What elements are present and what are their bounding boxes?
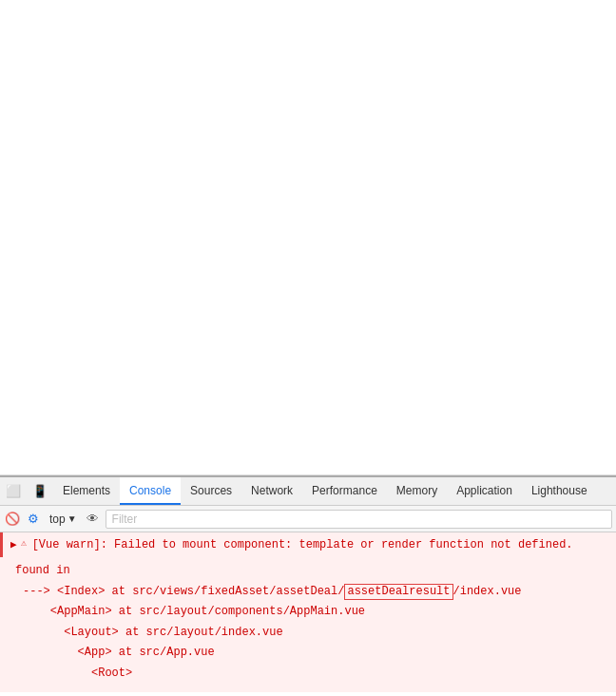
highlight-assetdealresult: assetDealresult (344, 584, 452, 601)
tab-lighthouse[interactable]: Lighthouse (522, 477, 597, 505)
tab-console[interactable]: Console (120, 477, 181, 505)
context-selector[interactable]: top ▼ (46, 510, 81, 529)
tab-network[interactable]: Network (241, 477, 302, 505)
tab-memory[interactable]: Memory (387, 477, 447, 505)
stack-line-1-prefix: ---> <Index> at src/views/fixedAsset/ass… (23, 585, 344, 598)
stack-line-1-suffix: /index.vue (453, 585, 522, 598)
found-in-label: found in (15, 561, 608, 582)
device-toolbar-icon[interactable]: 📱 (27, 477, 53, 505)
console-toolbar: 🚫 ⚙ top ▼ 👁 Filter (0, 506, 616, 532)
devtools-tab-bar: ⬜ 📱 Elements Console Sources Network Per… (0, 477, 616, 506)
inspect-element-icon[interactable]: ⬜ (0, 477, 27, 505)
console-error-block: ▶ ⚠ [Vue warn]: Failed to mount componen… (0, 532, 616, 557)
stack-line-3: <Layout> at src/layout/index.vue (23, 623, 608, 644)
browser-content-area (0, 0, 616, 475)
stack-line-5: <Root> (23, 664, 608, 685)
error-message-text: [Vue warn]: Failed to mount component: t… (32, 536, 573, 553)
stack-line-2: <AppMain> at src/layout/components/AppMa… (23, 602, 608, 623)
console-filter-input[interactable]: Filter (106, 510, 612, 529)
eye-icon[interactable]: 👁 (85, 511, 102, 528)
stack-line-4: <App> at src/App.vue (23, 643, 608, 664)
console-settings-icon[interactable]: ⚙ (25, 511, 42, 528)
clear-console-icon[interactable]: 🚫 (4, 511, 21, 528)
error-triangle-icon: ⚠ (21, 536, 27, 551)
devtools-panel: ⬜ 📱 Elements Console Sources Network Per… (0, 475, 616, 696)
expand-error-icon[interactable]: ▶ (10, 537, 17, 553)
tab-performance[interactable]: Performance (302, 477, 387, 505)
error-header-row: ▶ ⚠ [Vue warn]: Failed to mount componen… (10, 536, 608, 553)
context-dropdown-arrow: ▼ (67, 513, 77, 524)
tab-sources[interactable]: Sources (181, 477, 241, 505)
tab-elements[interactable]: Elements (53, 477, 120, 505)
console-output-area: ▶ ⚠ [Vue warn]: Failed to mount componen… (0, 532, 616, 696)
console-stack-trace: found in ---> <Index> at src/views/fixed… (0, 557, 616, 692)
tab-application[interactable]: Application (447, 477, 522, 505)
stack-line-1: ---> <Index> at src/views/fixedAsset/ass… (23, 582, 608, 603)
